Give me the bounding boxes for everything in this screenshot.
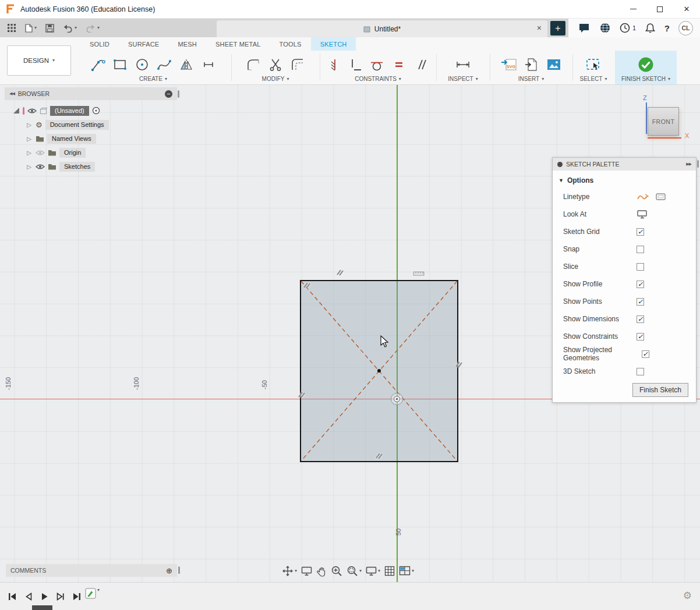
play-button[interactable]: [40, 591, 49, 602]
tree-item-sketches[interactable]: ▷ Sketches: [5, 159, 177, 173]
collapse-panel-icon[interactable]: ◀◀: [9, 91, 15, 96]
create-menu[interactable]: CREATE ▾: [139, 76, 167, 82]
show-profile-checkbox[interactable]: ✓: [637, 281, 644, 288]
expand-icon[interactable]: ▷: [26, 122, 33, 128]
file-menu-button[interactable]: ▾: [25, 24, 37, 33]
notifications-button[interactable]: [645, 22, 656, 34]
rectangle-tool[interactable]: [112, 56, 128, 73]
fillet-tool[interactable]: [245, 56, 261, 73]
sketch-grid-checkbox[interactable]: ✓: [637, 228, 644, 236]
parallel-constraint-glyph[interactable]: [374, 451, 384, 460]
tab-surface[interactable]: SURFACE: [119, 37, 168, 51]
collapse-palette-icon[interactable]: ▶▶: [686, 162, 691, 166]
horizontal-vertical-constraint-tool[interactable]: [348, 56, 363, 73]
close-tab-icon[interactable]: ×: [537, 23, 542, 33]
select-menu[interactable]: SELECT ▾: [580, 76, 607, 82]
tree-item-named-views[interactable]: ▷ Named Views: [5, 132, 177, 146]
expand-icon[interactable]: ▷: [26, 136, 33, 142]
comments-bubble-button[interactable]: [578, 22, 591, 34]
avatar[interactable]: CL: [678, 21, 693, 36]
look-at-button[interactable]: [301, 566, 312, 576]
skip-to-end-button[interactable]: [72, 591, 82, 602]
browser-scroll-handle[interactable]: [178, 90, 179, 98]
save-button[interactable]: [45, 24, 54, 33]
construction-linetype-icon[interactable]: [637, 192, 650, 201]
show-constraints-checkbox[interactable]: ✓: [637, 333, 644, 341]
tab-solid[interactable]: SOLID: [80, 37, 119, 51]
app-grid-button[interactable]: [7, 23, 16, 33]
redo-button[interactable]: ▾: [86, 24, 100, 33]
tangent-constraint-tool[interactable]: [369, 56, 385, 73]
insert-image-tool[interactable]: [546, 57, 562, 72]
sketch-center-point[interactable]: [377, 369, 381, 373]
line-tool[interactable]: [90, 56, 106, 73]
viewcube-front-face[interactable]: FRONT: [648, 107, 679, 136]
visibility-eye-icon[interactable]: [36, 164, 45, 170]
pan-button[interactable]: [316, 566, 327, 577]
insert-svg-tool[interactable]: SVG: [500, 56, 518, 73]
expand-icon[interactable]: ▷: [26, 150, 33, 156]
visibility-eye-icon[interactable]: [27, 108, 37, 114]
zoom-window-button[interactable]: ▾: [347, 565, 362, 577]
equal-constraint-tool[interactable]: [391, 56, 407, 73]
maximize-button[interactable]: [646, 0, 673, 18]
constraints-menu[interactable]: CONSTRAINTS ▾: [355, 76, 401, 82]
collapse-all-icon[interactable]: −: [165, 90, 172, 98]
show-points-checkbox[interactable]: ✓: [637, 298, 644, 306]
show-dimensions-checkbox[interactable]: ✓: [637, 315, 644, 323]
parallel-constraint-glyph[interactable]: [302, 281, 312, 290]
online-status-button[interactable]: [599, 22, 611, 34]
skip-to-start-button[interactable]: [7, 591, 17, 602]
finish-sketch-menu[interactable]: FINISH SKETCH ▾: [621, 76, 670, 82]
finish-sketch-palette-button[interactable]: Finish Sketch: [632, 383, 688, 397]
new-tab-button[interactable]: +: [550, 21, 565, 36]
tree-item-document-settings[interactable]: ▷ ⚙ Document Settings: [5, 118, 177, 132]
midpoint-constraint-tool[interactable]: [327, 56, 342, 73]
3d-sketch-checkbox[interactable]: ✓: [637, 368, 644, 375]
activate-target-icon[interactable]: [92, 107, 100, 115]
design-workspace-dropdown[interactable]: DESIGN ▾: [7, 45, 71, 76]
help-button[interactable]: ?: [664, 23, 670, 33]
parallel-constraint-tool[interactable]: [413, 56, 429, 73]
minimize-button[interactable]: [620, 0, 646, 18]
comments-scroll-handle[interactable]: [178, 566, 180, 574]
finish-sketch-button[interactable]: FINISH SKETCH ▾: [615, 51, 677, 84]
palette-scroll-handle[interactable]: [697, 160, 699, 168]
tab-tools[interactable]: TOOLS: [270, 37, 311, 51]
close-button[interactable]: ✕: [673, 0, 700, 18]
insert-menu[interactable]: INSERT ▾: [518, 76, 545, 82]
insert-dxf-tool[interactable]: [524, 56, 540, 73]
spline-tool[interactable]: [156, 56, 172, 73]
parallel-constraint-glyph[interactable]: [297, 390, 306, 399]
tab-sketch[interactable]: SKETCH: [311, 37, 356, 51]
trim-tool[interactable]: [267, 56, 284, 73]
parallel-constraint-glyph[interactable]: [335, 268, 345, 277]
show-projected-geometries-checkbox[interactable]: ✓: [642, 350, 649, 358]
circle-tool[interactable]: [134, 56, 150, 73]
modify-menu[interactable]: MODIFY ▾: [262, 76, 289, 82]
inspect-menu[interactable]: INSPECT ▾: [448, 76, 478, 82]
offset-tool[interactable]: [289, 56, 306, 73]
step-forward-button[interactable]: [55, 591, 65, 602]
expand-icon[interactable]: ▷: [26, 164, 33, 170]
look-at-icon[interactable]: [637, 210, 648, 219]
add-comment-icon[interactable]: ⊕: [166, 566, 172, 575]
normal-linetype-icon[interactable]: [655, 192, 667, 201]
measure-tool[interactable]: [455, 56, 471, 73]
tab-sheet-metal[interactable]: SHEET METAL: [206, 37, 270, 51]
document-tab[interactable]: Untitled* ×: [217, 20, 547, 37]
tab-mesh[interactable]: MESH: [168, 37, 206, 51]
snap-checkbox[interactable]: ✓: [637, 246, 644, 253]
origin-point[interactable]: [391, 393, 403, 405]
grid-settings-button[interactable]: [384, 566, 395, 576]
job-status-button[interactable]: 1: [620, 23, 636, 33]
timeline-sketch-marker[interactable]: ▾: [85, 588, 100, 600]
undo-button[interactable]: ▾: [63, 24, 77, 33]
slice-checkbox[interactable]: ✓: [637, 263, 644, 271]
root-document-label[interactable]: (Unsaved): [50, 106, 89, 116]
dimension-ruler-glyph[interactable]: [413, 271, 425, 276]
parallel-constraint-glyph[interactable]: [454, 360, 464, 369]
timeline-settings-gear-icon[interactable]: ⚙: [683, 590, 692, 602]
visibility-eye-hidden-icon[interactable]: [36, 150, 45, 156]
viewport-layout-button[interactable]: ▾: [399, 566, 414, 576]
